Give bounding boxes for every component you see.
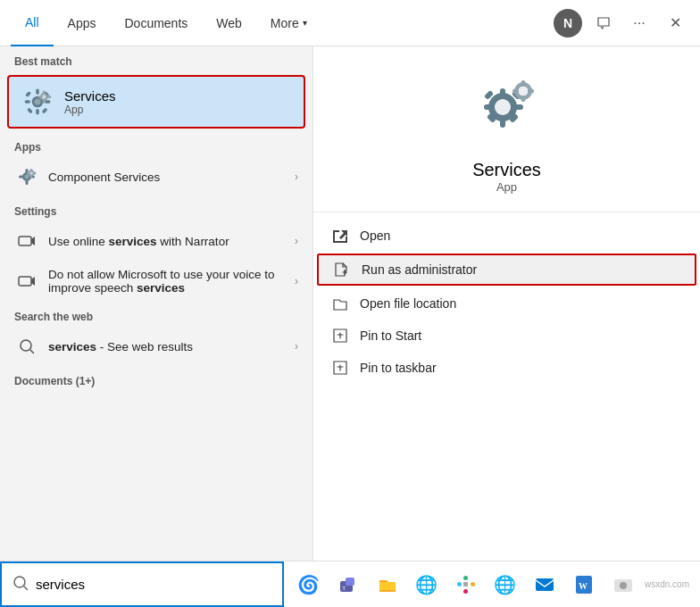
- tab-all[interactable]: All: [11, 0, 54, 46]
- app-preview: Services App: [313, 46, 700, 212]
- svg-rect-13: [43, 99, 46, 104]
- context-open[interactable]: Open: [313, 220, 700, 252]
- search-web-label: Search the web: [0, 302, 312, 327]
- taskbar-word-icon[interactable]: W: [566, 567, 602, 603]
- svg-rect-56: [536, 578, 554, 591]
- tab-web[interactable]: Web: [202, 0, 256, 46]
- component-services-label: Component Services: [48, 170, 286, 184]
- services-app-icon: [21, 86, 54, 118]
- taskbar-area: 🌀 T 🌐: [284, 561, 700, 608]
- search-bar: 🌀 T 🌐: [0, 561, 700, 607]
- svg-point-47: [14, 577, 25, 587]
- svg-rect-35: [484, 104, 493, 110]
- web-search-arrow: ›: [295, 340, 298, 353]
- svg-rect-3: [36, 109, 39, 114]
- context-run-as-admin[interactable]: Run as administrator: [317, 254, 696, 286]
- search-input[interactable]: [36, 577, 271, 592]
- search-input-area[interactable]: [0, 561, 284, 607]
- svg-rect-26: [27, 172, 30, 175]
- taskbar-explorer-icon[interactable]: [370, 567, 405, 603]
- narrator-settings-label: Use online services with Narrator: [48, 235, 286, 248]
- svg-rect-20: [19, 176, 23, 179]
- best-match-subtitle: App: [64, 104, 116, 116]
- settings-voice-item[interactable]: Do not allow Microsoft to use your voice…: [0, 261, 312, 302]
- best-match-title: Services: [64, 88, 116, 104]
- right-panel: Services App Open: [312, 46, 700, 561]
- svg-rect-33: [500, 88, 505, 97]
- narrator-arrow: ›: [295, 235, 298, 247]
- open-file-location-icon: [331, 295, 349, 312]
- taskbar-chrome2-icon[interactable]: 🌐: [488, 567, 523, 603]
- search-magnifier-icon: [12, 575, 29, 595]
- best-match-item[interactable]: Services App: [7, 75, 305, 129]
- svg-rect-5: [45, 100, 50, 104]
- pin-to-start-label: Pin to Start: [360, 328, 421, 343]
- tab-apps[interactable]: Apps: [54, 0, 111, 46]
- close-icon[interactable]: ✕: [661, 9, 689, 37]
- context-menu: Open Run as administrator: [313, 212, 700, 391]
- svg-rect-24: [30, 169, 33, 172]
- taskbar-email-icon[interactable]: [527, 567, 562, 603]
- taskbar-extra-icon[interactable]: [605, 567, 641, 603]
- svg-rect-4: [25, 100, 30, 104]
- taskbar-slack-icon[interactable]: [448, 567, 484, 603]
- component-services-item[interactable]: Component Services ›: [0, 157, 312, 196]
- more-options-icon[interactable]: ···: [625, 9, 654, 37]
- svg-point-60: [620, 582, 627, 589]
- more-dropdown-icon: ▾: [303, 18, 307, 28]
- main-layout: Best match: [0, 46, 700, 561]
- best-match-text: Services App: [64, 88, 116, 116]
- web-search-label: services - See web results: [48, 340, 286, 353]
- run-as-admin-label: Run as administrator: [362, 262, 477, 277]
- component-services-icon: [14, 164, 39, 189]
- svg-rect-15: [47, 96, 52, 98]
- run-as-admin-icon: [333, 261, 351, 279]
- nav-right-controls: N ··· ✕: [554, 9, 689, 37]
- open-label: Open: [360, 229, 390, 243]
- svg-rect-9: [42, 107, 48, 113]
- user-avatar[interactable]: N: [554, 9, 582, 37]
- svg-rect-6: [25, 91, 31, 97]
- svg-point-1: [34, 98, 40, 104]
- svg-rect-29: [19, 277, 31, 286]
- tab-more[interactable]: More ▾: [256, 0, 321, 46]
- svg-rect-14: [38, 96, 43, 98]
- svg-rect-45: [512, 89, 519, 94]
- narrator-settings-icon: [14, 229, 39, 254]
- voice-arrow: ›: [295, 275, 298, 287]
- svg-text:W: W: [579, 581, 588, 591]
- pin-to-taskbar-label: Pin to taskbar: [360, 361, 437, 375]
- tab-documents[interactable]: Documents: [110, 0, 202, 46]
- taskbar-edge-icon[interactable]: 🌀: [291, 567, 327, 603]
- best-match-label: Best match: [0, 46, 312, 71]
- component-services-arrow: ›: [295, 170, 298, 183]
- taskbar-chrome-icon[interactable]: 🌐: [409, 567, 445, 603]
- svg-rect-54: [463, 589, 468, 594]
- svg-rect-44: [521, 96, 525, 102]
- app-preview-icon: [471, 73, 543, 149]
- taskbar-teams-icon[interactable]: T: [330, 567, 366, 603]
- settings-narrator-item[interactable]: Use online services with Narrator ›: [0, 221, 312, 261]
- app-preview-title: Services: [472, 160, 541, 180]
- web-search-item[interactable]: services - See web results ›: [0, 327, 312, 366]
- svg-rect-28: [19, 237, 31, 245]
- svg-rect-19: [26, 180, 29, 185]
- documents-section-label: Documents (1+): [0, 366, 312, 391]
- svg-rect-43: [521, 80, 525, 87]
- web-search-icon: [14, 334, 39, 359]
- svg-rect-27: [33, 172, 37, 175]
- apps-section-label: Apps: [0, 132, 312, 157]
- left-panel: Best match: [0, 46, 312, 561]
- open-icon: [331, 227, 349, 245]
- feedback-icon[interactable]: [589, 9, 618, 37]
- settings-section-label: Settings: [0, 196, 312, 221]
- svg-rect-55: [463, 582, 468, 586]
- context-open-file-location[interactable]: Open file location: [313, 287, 700, 320]
- svg-rect-53: [471, 582, 475, 586]
- svg-point-30: [21, 340, 31, 351]
- svg-rect-2: [36, 89, 39, 95]
- svg-rect-12: [43, 90, 46, 95]
- context-pin-to-start[interactable]: Pin to Start: [313, 320, 700, 352]
- context-pin-to-taskbar[interactable]: Pin to taskbar: [313, 352, 700, 384]
- svg-rect-49: [346, 578, 354, 586]
